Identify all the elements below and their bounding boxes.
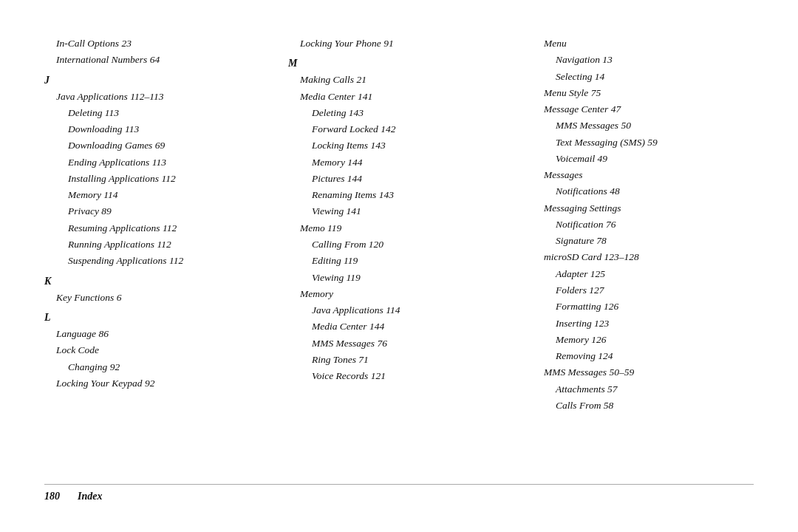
columns-container: In-Call Options 23International Numbers … [44,35,754,477]
index-entry: MMS Messages 76 [312,335,510,352]
index-entry: Forward Locked 142 [312,121,510,137]
index-entry: Navigation 13 [556,52,754,68]
section-letter-L: L [44,309,266,326]
index-entry: Text Messaging (SMS) 59 [556,134,754,151]
index-entry: Changing 92 [68,359,266,375]
index-entry: Memory 144 [312,154,510,171]
index-entry: Inserting 123 [556,316,754,332]
index-entry: Suspending Applications 112 [68,253,266,269]
index-entry: Ring Tones 71 [312,352,510,368]
index-entry: Running Applications 112 [68,236,266,253]
index-entry: Notifications 48 [556,183,754,200]
index-entry: Folders 127 [556,282,754,299]
index-entry: Menu [544,35,754,52]
index-entry: Formatting 126 [556,299,754,315]
index-entry: International Numbers 64 [56,52,266,68]
index-entry: Locking Your Keypad 92 [56,375,266,392]
index-entry: Ending Applications 113 [68,154,266,171]
column-2: Locking Your Phone 91MMaking Calls 21Med… [288,35,532,477]
index-entry: In-Call Options 23 [56,35,266,52]
index-entry: Deleting 143 [312,105,510,121]
index-entry: microSD Card 123–128 [544,249,754,265]
index-entry: Downloading 113 [68,121,266,137]
index-entry: Resuming Applications 112 [68,220,266,236]
index-entry: Media Center 144 [312,318,510,335]
page: In-Call Options 23International Numbers … [0,0,798,532]
column-1: In-Call Options 23International Numbers … [44,35,288,477]
index-entry: Selecting 14 [556,69,754,85]
index-entry: Notification 76 [556,216,754,233]
index-entry: Making Calls 21 [300,72,510,88]
index-entry: Viewing 141 [312,203,510,219]
index-entry: Downloading Games 69 [68,137,266,154]
index-entry: Java Applications 112–113 [56,89,266,105]
index-entry: Memo 119 [300,220,510,236]
index-entry: Calling From 120 [312,236,510,253]
index-entry: Voice Records 121 [312,368,510,384]
section-letter-K: K [44,273,266,290]
index-entry: Locking Your Phone 91 [300,35,510,52]
index-entry: MMS Messages 50–59 [544,364,754,381]
index-entry: Voicemail 49 [556,151,754,167]
index-entry: Messaging Settings [544,200,754,216]
index-entry: Language 86 [56,326,266,342]
index-entry: Renaming Items 143 [312,187,510,203]
index-entry: Memory 114 [68,187,266,203]
index-entry: Java Applications 114 [312,302,510,318]
section-letter-J: J [44,72,266,89]
index-entry: Adapter 125 [556,266,754,282]
index-entry: Message Center 47 [544,101,754,117]
footer-page-number: 180 [44,491,60,502]
index-entry: Locking Items 143 [312,137,510,154]
index-entry: Installing Applications 112 [68,171,266,187]
footer-label: Index [78,491,102,502]
footer: 180 Index [44,484,754,502]
index-entry: Memory [300,286,510,302]
index-entry: Removing 124 [556,348,754,364]
index-entry: Lock Code [56,342,266,358]
index-entry: Viewing 119 [312,270,510,286]
section-letter-M: M [288,55,510,72]
column-3: MenuNavigation 13Selecting 14Menu Style … [532,35,754,477]
index-entry: Calls From 58 [556,398,754,414]
index-entry: Messages [544,167,754,183]
index-entry: Attachments 57 [556,381,754,398]
index-entry: Key Functions 6 [56,290,266,306]
index-entry: Editing 119 [312,253,510,269]
index-entry: MMS Messages 50 [556,117,754,134]
index-entry: Deleting 113 [68,105,266,121]
index-entry: Memory 126 [556,332,754,348]
index-entry: Menu Style 75 [544,85,754,101]
index-entry: Pictures 144 [312,171,510,187]
index-entry: Media Center 141 [300,89,510,105]
index-entry: Signature 78 [556,233,754,249]
index-entry: Privacy 89 [68,203,266,219]
